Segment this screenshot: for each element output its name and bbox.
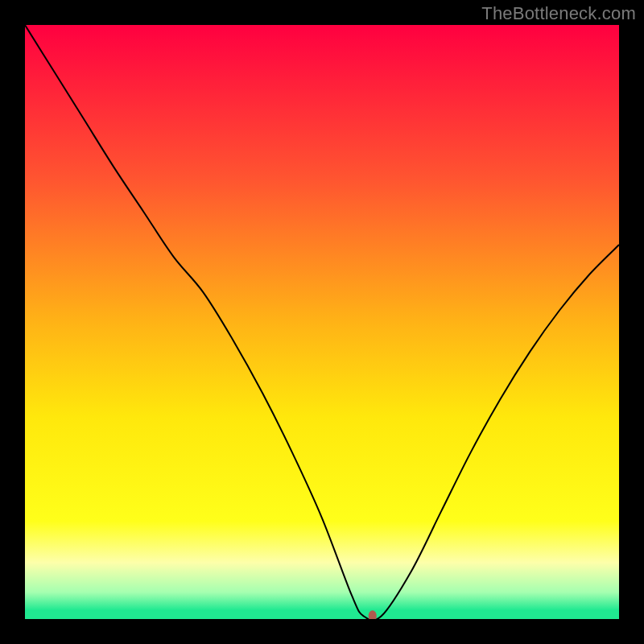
plot-area [25, 25, 619, 619]
gradient-background [25, 25, 619, 619]
chart-frame: TheBottleneck.com [0, 0, 644, 644]
attribution-text: TheBottleneck.com [481, 3, 636, 24]
